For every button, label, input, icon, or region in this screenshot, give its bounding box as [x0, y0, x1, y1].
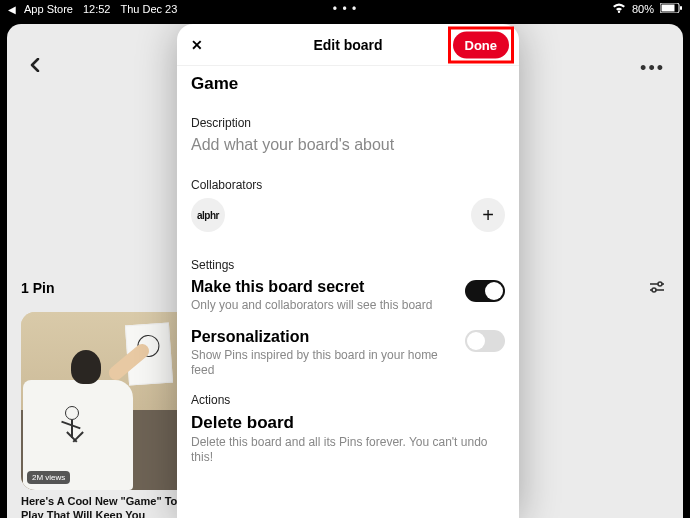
pin-views-badge: 2M views: [27, 471, 70, 484]
battery-percent: 80%: [632, 3, 654, 15]
description-input[interactable]: [191, 136, 505, 154]
secret-board-setting: Make this board secret Only you and coll…: [191, 278, 505, 314]
actions-label: Actions: [191, 393, 505, 407]
back-app-label[interactable]: App Store: [24, 3, 73, 15]
more-options-button[interactable]: •••: [640, 58, 665, 79]
filter-button[interactable]: [649, 280, 665, 297]
svg-point-4: [658, 282, 662, 286]
done-highlight: Done: [448, 26, 515, 63]
modal-header: ✕ Edit board Done: [177, 24, 519, 66]
back-to-app-icon[interactable]: ◀: [8, 4, 16, 15]
done-button[interactable]: Done: [453, 31, 510, 58]
personalization-toggle[interactable]: [465, 330, 505, 352]
settings-label: Settings: [191, 258, 505, 272]
back-button[interactable]: [29, 58, 41, 75]
secret-board-title: Make this board secret: [191, 278, 453, 296]
battery-icon: [660, 3, 682, 15]
collaborator-avatar[interactable]: alphr: [191, 198, 225, 232]
svg-rect-1: [662, 5, 675, 12]
delete-board-title: Delete board: [191, 413, 505, 433]
description-label: Description: [191, 116, 505, 130]
pin-card[interactable]: 2M views Here's A Cool New "Game" To Pla…: [21, 312, 199, 518]
edit-board-modal: ✕ Edit board Done Game Description Colla…: [177, 24, 519, 518]
personalization-subtitle: Show Pins inspired by this board in your…: [191, 348, 453, 379]
personalization-setting: Personalization Show Pins inspired by th…: [191, 328, 505, 379]
close-icon: ✕: [191, 37, 203, 53]
personalization-title: Personalization: [191, 328, 453, 346]
status-date: Thu Dec 23: [120, 3, 177, 15]
svg-rect-2: [680, 6, 682, 10]
board-name-field[interactable]: Game: [191, 74, 505, 94]
wifi-icon: [612, 3, 626, 15]
secret-board-toggle[interactable]: [465, 280, 505, 302]
status-bar: ◀ App Store 12:52 Thu Dec 23 • • • 80%: [0, 0, 690, 18]
delete-board-action[interactable]: Delete board Delete this board and all i…: [191, 413, 505, 466]
pin-thumbnail: 2M views: [21, 312, 199, 490]
multitask-dots[interactable]: • • •: [333, 2, 357, 16]
add-collaborator-button[interactable]: +: [471, 198, 505, 232]
pin-title: Here's A Cool New "Game" To Play That Wi…: [21, 495, 199, 518]
modal-title: Edit board: [313, 37, 382, 53]
secret-board-subtitle: Only you and collaborators will see this…: [191, 298, 453, 314]
svg-point-6: [652, 288, 656, 292]
delete-board-subtitle: Delete this board and all its Pins forev…: [191, 435, 505, 466]
plus-icon: +: [482, 204, 494, 227]
pin-count: 1 Pin: [21, 280, 54, 296]
close-button[interactable]: ✕: [187, 33, 207, 57]
collaborators-label: Collaborators: [191, 178, 505, 192]
status-time: 12:52: [83, 3, 111, 15]
